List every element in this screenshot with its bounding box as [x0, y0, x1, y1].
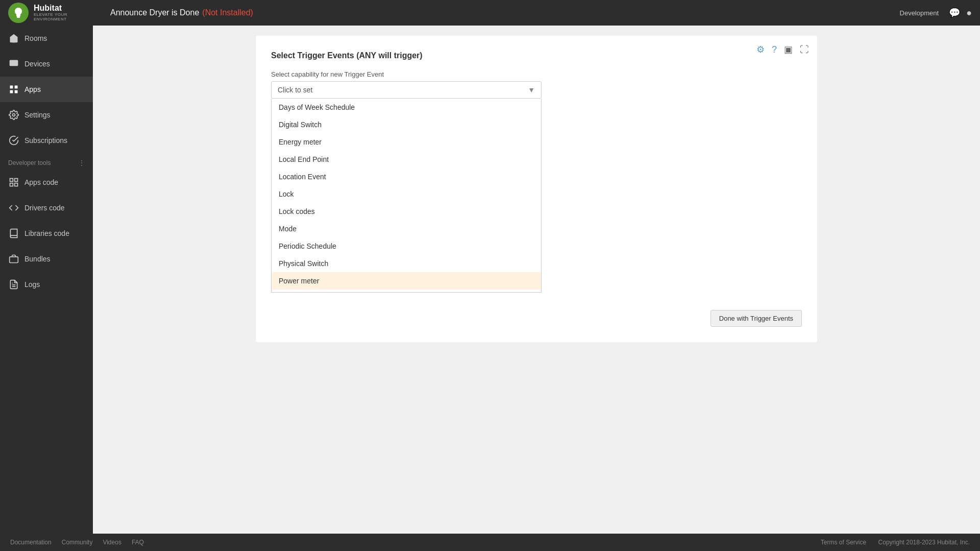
- apps-code-icon: [8, 177, 19, 188]
- environment-label: Development: [900, 9, 939, 17]
- svg-rect-0: [17, 16, 20, 18]
- devices-icon: [8, 58, 19, 69]
- rooms-icon: [8, 33, 19, 44]
- sidebar-label-logs: Logs: [24, 280, 40, 289]
- header-center: Announce Dryer is Done (Not Installed): [100, 8, 900, 17]
- subscriptions-icon: [8, 135, 19, 146]
- svg-rect-4: [10, 86, 13, 89]
- terms-of-service[interactable]: Terms of Service: [821, 539, 866, 546]
- footer-link-community[interactable]: Community: [62, 539, 93, 546]
- svg-rect-7: [15, 90, 18, 93]
- sidebar-label-devices: Devices: [24, 60, 50, 68]
- drivers-code-icon: [8, 202, 19, 213]
- sidebar-item-apps-code[interactable]: Apps code: [0, 170, 93, 195]
- settings-icon: [8, 109, 19, 121]
- sidebar: Rooms Devices Apps Settings Subscription: [0, 26, 93, 534]
- expand-icon[interactable]: ⛶: [800, 44, 809, 55]
- dev-tools-header: Developer tools ⋮: [0, 153, 93, 170]
- libraries-code-icon: [8, 228, 19, 239]
- settings-card-icon[interactable]: ⚙: [756, 44, 765, 55]
- sidebar-item-bundles[interactable]: Bundles: [0, 246, 93, 272]
- sidebar-item-subscriptions[interactable]: Subscriptions: [0, 128, 93, 153]
- dev-tools-label: Developer tools: [8, 159, 51, 166]
- sidebar-item-rooms[interactable]: Rooms: [0, 26, 93, 51]
- sidebar-label-rooms: Rooms: [24, 34, 47, 42]
- logo-area: Hubitat ELEVATE YOUR ENVIRONMENT: [8, 3, 100, 23]
- dropdown-item-power-meter[interactable]: Power meter: [272, 272, 541, 290]
- logs-icon: [8, 279, 19, 290]
- bundles-icon: [8, 253, 19, 265]
- dropdown-caret-icon: ▼: [528, 86, 535, 94]
- main-layout: Rooms Devices Apps Settings Subscription: [0, 26, 980, 534]
- footer-link-documentation[interactable]: Documentation: [10, 539, 52, 546]
- svg-rect-5: [15, 86, 18, 89]
- copyright: Copyright 2018-2023 Hubitat, Inc.: [878, 539, 970, 546]
- white-card: ⚙ ? ▣ ⛶ Select Trigger Events (ANY will …: [256, 36, 817, 342]
- svg-rect-13: [10, 257, 18, 263]
- app-title: Announce Dryer is Done: [110, 8, 199, 17]
- svg-rect-6: [10, 90, 13, 93]
- sidebar-label-libraries-code: Libraries code: [24, 229, 69, 237]
- dropdown-item-days-of-week[interactable]: Days of Week Schedule: [272, 99, 541, 116]
- footer-links: Documentation Community Videos FAQ: [10, 539, 144, 546]
- content-area: ⚙ ? ▣ ⛶ Select Trigger Events (ANY will …: [93, 26, 980, 534]
- logo-text: Hubitat ELEVATE YOUR ENVIRONMENT: [34, 4, 100, 21]
- dropdown-placeholder: Click to set: [278, 86, 312, 94]
- not-installed-badge: (Not Installed): [202, 8, 253, 17]
- sidebar-item-drivers-code[interactable]: Drivers code: [0, 195, 93, 221]
- sidebar-item-devices[interactable]: Devices: [0, 51, 93, 77]
- card-toolbar: ⚙ ? ▣ ⛶: [756, 44, 809, 55]
- sidebar-item-logs[interactable]: Logs: [0, 272, 93, 297]
- dropdown-item-lock-codes[interactable]: Lock codes: [272, 203, 541, 220]
- hubitat-logo: [8, 3, 29, 23]
- sidebar-label-subscriptions: Subscriptions: [24, 136, 67, 145]
- sidebar-label-bundles: Bundles: [24, 255, 51, 263]
- account-icon[interactable]: ●: [966, 8, 972, 18]
- help-icon[interactable]: ?: [772, 44, 777, 55]
- dropdown-item-mode[interactable]: Mode: [272, 220, 541, 237]
- dev-tools-collapse-icon[interactable]: ⋮: [79, 159, 85, 166]
- notifications-icon[interactable]: 💬: [949, 7, 960, 18]
- header-right: Development 💬 ●: [900, 7, 972, 18]
- field-label: Select capability for new Trigger Event: [271, 70, 802, 78]
- svg-rect-9: [10, 179, 13, 182]
- sidebar-label-settings: Settings: [24, 111, 51, 119]
- top-header: Hubitat ELEVATE YOUR ENVIRONMENT Announc…: [0, 0, 980, 26]
- footer: Documentation Community Videos FAQ Terms…: [0, 534, 980, 551]
- dropdown-item-energy-meter[interactable]: Energy meter: [272, 133, 541, 151]
- svg-rect-11: [10, 183, 13, 186]
- dropdown-menu: Days of Week Schedule Digital Switch Ene…: [271, 99, 542, 293]
- dropdown-item-lock[interactable]: Lock: [272, 185, 541, 203]
- monitor-icon[interactable]: ▣: [784, 44, 793, 55]
- sidebar-label-apps: Apps: [24, 85, 41, 93]
- sidebar-item-apps[interactable]: Apps: [0, 77, 93, 102]
- svg-point-8: [13, 114, 15, 116]
- dropdown-item-physical-switch[interactable]: Physical Switch: [272, 255, 541, 272]
- logo-title: Hubitat: [34, 4, 100, 13]
- dropdown-item-location-event[interactable]: Location Event: [272, 168, 541, 185]
- apps-icon: [8, 84, 19, 95]
- dropdown-item-digital-switch[interactable]: Digital Switch: [272, 116, 541, 133]
- dropdown-wrapper: Click to set ▼ Days of Week Schedule Dig…: [271, 81, 542, 99]
- sidebar-item-libraries-code[interactable]: Libraries code: [0, 221, 93, 246]
- done-trigger-events-button[interactable]: Done with Trigger Events: [710, 310, 802, 327]
- dropdown-item-local-end-point[interactable]: Local End Point: [272, 151, 541, 168]
- logo-subtitle: ELEVATE YOUR ENVIRONMENT: [34, 13, 100, 22]
- sidebar-label-drivers-code: Drivers code: [24, 204, 65, 212]
- footer-link-faq[interactable]: FAQ: [132, 539, 144, 546]
- section-title: Select Trigger Events (ANY will trigger): [271, 51, 802, 60]
- svg-rect-1: [10, 60, 18, 66]
- dropdown-item-periodic-schedule[interactable]: Periodic Schedule: [272, 237, 541, 255]
- sidebar-label-apps-code: Apps code: [24, 178, 58, 186]
- dropdown-trigger[interactable]: Click to set ▼: [271, 81, 542, 99]
- dropdown-item-private-boolean[interactable]: Private Boolean: [272, 290, 541, 293]
- sidebar-item-settings[interactable]: Settings: [0, 102, 93, 128]
- svg-rect-10: [15, 179, 18, 182]
- footer-link-videos[interactable]: Videos: [103, 539, 121, 546]
- footer-right: Terms of Service Copyright 2018-2023 Hub…: [821, 539, 970, 546]
- svg-rect-12: [15, 183, 18, 186]
